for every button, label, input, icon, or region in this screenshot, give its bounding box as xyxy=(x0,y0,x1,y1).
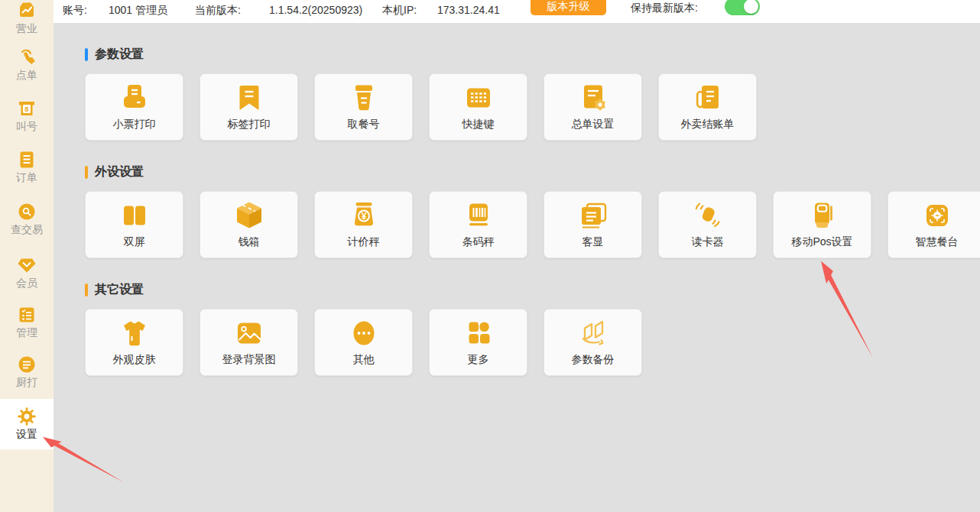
annotation-arrow-settings xyxy=(41,436,126,484)
tile-card-reader[interactable]: 读卡器 xyxy=(658,191,757,258)
tile-label: 快捷键 xyxy=(462,118,495,131)
section-header-peripheral-settings: 外设设置 xyxy=(85,164,144,180)
customer-display-icon xyxy=(576,199,610,232)
tile-row-other-settings: 外观皮肤登录背景图其他更多参数备份 xyxy=(85,309,642,376)
tile-label: 读卡器 xyxy=(692,235,724,249)
tile-barcode-scale[interactable]: 条码秤 xyxy=(429,191,527,258)
skin-icon xyxy=(118,316,151,350)
sidebar-item-business[interactable]: 营业 xyxy=(0,0,54,35)
tile-label: 参数备份 xyxy=(572,353,615,367)
tile-login-background[interactable]: 登录背景图 xyxy=(200,309,298,376)
tile-label: 小票打印 xyxy=(113,118,156,131)
tile-label-print[interactable]: 标签打印 xyxy=(200,73,298,141)
tile-label: 更多 xyxy=(468,353,489,367)
backup-icon xyxy=(576,316,610,350)
sidebar-item-label: 管理 xyxy=(0,326,54,339)
tile-more[interactable]: 更多 xyxy=(429,309,527,376)
barcode-scale-icon xyxy=(462,199,495,232)
account-value: 1001 管理员 xyxy=(109,4,167,18)
tile-master-order[interactable]: 总单设置 xyxy=(544,73,642,141)
tile-label: 其他 xyxy=(353,353,375,367)
mobile-pos-icon xyxy=(806,199,839,232)
tile-label: 移动Pos设置 xyxy=(791,235,852,249)
tile-hotkeys[interactable]: 快捷键 xyxy=(429,73,527,141)
section-accent-bar xyxy=(85,48,88,61)
version-value: 1.1.54.2(20250923) xyxy=(269,4,362,16)
tile-label: 双屏 xyxy=(124,235,145,249)
section-header-other-settings: 其它设置 xyxy=(85,282,144,297)
sidebar-item-transactions[interactable]: 查交易 xyxy=(0,201,54,236)
sidebar-item-label: 订单 xyxy=(0,171,54,184)
takeout-bill-icon xyxy=(691,81,725,115)
sidebar-item-label: 厨打 xyxy=(0,376,54,389)
dual-screen-icon xyxy=(118,199,151,232)
tile-dual-screen[interactable]: 双屏 xyxy=(85,191,183,258)
login-bg-icon xyxy=(232,316,266,350)
sidebar-item-label: 会员 xyxy=(0,277,54,290)
business-icon xyxy=(16,0,37,21)
tile-smart-table[interactable]: 智慧餐台 xyxy=(888,191,980,258)
section-title-other-settings: 其它设置 xyxy=(95,282,144,298)
sidebar-item-label: 叫号 xyxy=(0,120,54,133)
tile-takeout-bill[interactable]: 外卖结账单 xyxy=(658,73,757,141)
kitchen-print-icon xyxy=(16,354,37,375)
section-header-parameter-settings: 参数设置 xyxy=(85,47,144,62)
tile-label: 条码秤 xyxy=(462,235,495,249)
svg-text:¥: ¥ xyxy=(361,211,366,222)
sidebar-item-kitchen-print[interactable]: 厨打 xyxy=(0,354,54,389)
pricing-scale-icon: ¥ xyxy=(347,199,381,232)
sidebar-item-order[interactable]: 点单 xyxy=(0,47,54,82)
tile-label: 标签打印 xyxy=(228,118,271,131)
pos-settings-window: 账号: 1001 管理员 当前版本: 1.1.54.2(20250923) 本机… xyxy=(0,0,980,512)
card-reader-icon xyxy=(691,199,725,232)
section-title-peripheral-settings: 外设设置 xyxy=(95,164,144,180)
section-accent-bar xyxy=(85,284,88,297)
version-upgrade-button[interactable]: 版本升级 xyxy=(531,0,606,15)
order-tap-icon xyxy=(16,47,37,68)
sidebar-item-label: 营业 xyxy=(0,22,54,35)
keep-latest-toggle[interactable] xyxy=(725,0,760,15)
tile-label: 计价秤 xyxy=(348,235,380,249)
tile-other[interactable]: 其他 xyxy=(314,309,413,376)
tile-receipt-print[interactable]: 小票打印 xyxy=(85,73,183,141)
master-order-icon xyxy=(576,81,610,115)
tile-label: 钱箱 xyxy=(239,235,260,249)
queue-call-icon: 8 xyxy=(16,98,37,119)
more-grid-icon xyxy=(462,316,495,350)
ip-label: 本机IP: xyxy=(382,4,417,18)
pickup-number-icon xyxy=(347,81,381,115)
tile-label: 总单设置 xyxy=(572,118,615,131)
hotkey-icon xyxy=(462,81,495,115)
tile-backup[interactable]: 参数备份 xyxy=(544,309,642,376)
member-diamond-icon xyxy=(16,254,37,276)
tile-pricing-scale[interactable]: ¥计价秤 xyxy=(314,191,413,258)
tile-cash-drawer[interactable]: 钱箱 xyxy=(200,191,298,258)
receipt-printer-icon xyxy=(118,81,151,115)
version-label: 当前版本: xyxy=(195,4,241,18)
toggle-knob xyxy=(744,0,758,14)
tile-label: 取餐号 xyxy=(348,118,380,131)
section-accent-bar xyxy=(85,166,88,179)
tile-pickup-number[interactable]: 取餐号 xyxy=(314,73,413,141)
tile-row-parameter-settings: 小票打印标签打印取餐号快捷键总单设置外卖结账单 xyxy=(85,73,757,141)
sidebar-item-queue-call[interactable]: 8叫号 xyxy=(0,98,54,133)
ip-value: 173.31.24.41 xyxy=(437,4,500,16)
tile-customer-display[interactable]: 客显 xyxy=(544,191,642,258)
tile-label: 智慧餐台 xyxy=(916,235,959,249)
settings-gear-icon xyxy=(16,406,37,427)
label-print-icon xyxy=(232,81,266,115)
sidebar-item-manage[interactable]: 管理 xyxy=(0,304,54,339)
sidebar-item-label: 点单 xyxy=(0,69,54,82)
tile-row-peripheral-settings: 双屏钱箱¥计价秤条码秤客显读卡器移动Pos设置智慧餐台 xyxy=(85,191,980,258)
svg-text:8: 8 xyxy=(24,105,28,113)
topbar: 账号: 1001 管理员 当前版本: 1.1.54.2(20250923) 本机… xyxy=(54,0,980,23)
sidebar-item-orders[interactable]: 订单 xyxy=(0,149,54,184)
sidebar-item-member[interactable]: 会员 xyxy=(0,254,54,290)
section-title-parameter-settings: 参数设置 xyxy=(95,47,144,63)
tile-mobile-pos[interactable]: 移动Pos设置 xyxy=(773,191,871,258)
tile-skin[interactable]: 外观皮肤 xyxy=(85,309,183,376)
transactions-search-icon xyxy=(16,201,37,222)
other-dots-icon xyxy=(347,316,381,350)
tile-label: 登录背景图 xyxy=(222,353,276,367)
cashbox-icon xyxy=(232,199,266,232)
